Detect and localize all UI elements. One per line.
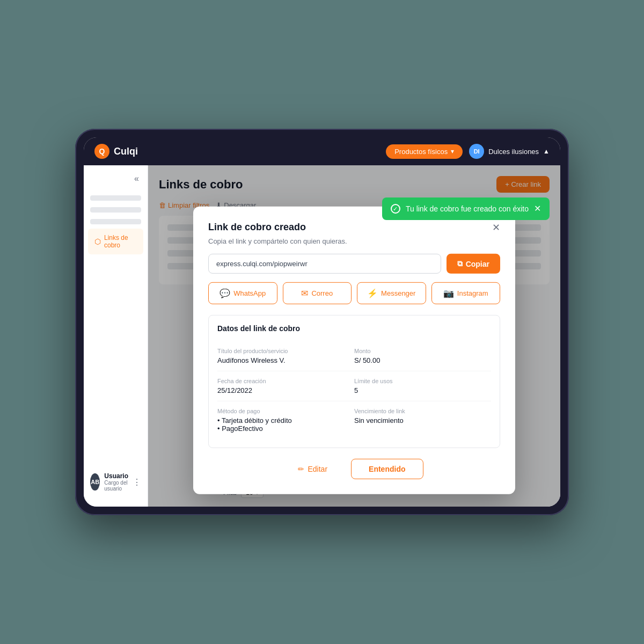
account-area: DI Dulces ilusiones ▲ xyxy=(469,144,550,159)
collapse-button[interactable]: « xyxy=(84,174,148,192)
creation-date-value: 25/12/2022 xyxy=(217,386,354,394)
creation-date-detail: Fecha de creación 25/12/2022 xyxy=(217,371,354,401)
whatsapp-button[interactable]: 💬 WhatsApp xyxy=(208,282,277,304)
sidebar-item-label: Links de cobro xyxy=(104,234,137,249)
link-copy-row: ⧉ Copiar xyxy=(208,254,500,274)
content-area: Links de cobro + Crear link 🗑 Limpiar fi… xyxy=(148,165,560,507)
success-notification: ✓ Tu link de cobro fue creado con éxito … xyxy=(382,197,550,220)
sidebar-item-links-cobro[interactable]: ⬡ Links de cobro xyxy=(88,229,143,254)
usage-limit-detail: Límite de usos 5 xyxy=(354,371,491,401)
usage-limit-value: 5 xyxy=(354,386,491,394)
nav-right: Productos físicos DI Dulces ilusiones ▲ xyxy=(386,144,550,159)
collapse-icon: « xyxy=(134,174,139,184)
tablet-frame: Q Culqi Productos físicos DI Dulces ilus… xyxy=(75,129,569,515)
understood-button[interactable]: Entendido xyxy=(351,459,423,479)
links-cobro-icon: ⬡ xyxy=(94,237,101,246)
modal-footer: ✏ Editar Entendido xyxy=(208,459,500,479)
sidebar: « ⬡ Links de cobro AB Usuario Cargo del … xyxy=(84,165,148,507)
user-menu-icon[interactable]: ⋮ xyxy=(133,477,141,487)
whatsapp-icon: 💬 xyxy=(219,288,230,298)
account-name: Dulces ilusiones xyxy=(488,148,539,156)
user-info: Usuario Cargo del usuario xyxy=(104,472,128,492)
sidebar-user: AB Usuario Cargo del usuario ⋮ xyxy=(84,466,148,498)
expiry-value: Sin vencimiento xyxy=(354,416,491,425)
sidebar-placeholder-2 xyxy=(90,207,141,213)
instagram-button[interactable]: 📷 Instagram xyxy=(431,282,501,304)
product-value: Audífonos Wireless V. xyxy=(217,356,354,364)
notification-message: Tu link de cobro fue creado con éxito xyxy=(406,204,529,213)
usage-limit-label: Límite de usos xyxy=(354,378,491,384)
tablet-screen: Q Culqi Productos físicos DI Dulces ilus… xyxy=(84,137,560,507)
instagram-icon: 📷 xyxy=(443,288,454,298)
product-label: Título del producto/servicio xyxy=(217,348,354,354)
sidebar-placeholder-3 xyxy=(90,219,141,224)
amount-label: Monto xyxy=(354,348,491,354)
copy-button[interactable]: ⧉ Copiar xyxy=(447,254,500,274)
mail-icon: ✉ xyxy=(301,288,308,298)
details-section: Datos del link de cobro Título del produ… xyxy=(208,315,500,448)
details-title: Datos del link de cobro xyxy=(217,324,491,333)
payment-method-2: PagoEfectivo xyxy=(217,425,354,433)
messenger-button[interactable]: ⚡ Messenger xyxy=(357,282,426,304)
payment-method-values: Tarjeta débito y crédito PagoEfectivo xyxy=(217,416,354,433)
modal-title: Link de cobro creado xyxy=(208,222,306,233)
payment-method-1: Tarjeta débito y crédito xyxy=(217,416,354,425)
messenger-icon: ⚡ xyxy=(367,288,378,298)
modal-close-button[interactable]: ✕ xyxy=(492,222,500,232)
edit-icon: ✏ xyxy=(298,465,304,473)
details-grid: Título del producto/servicio Audífonos W… xyxy=(217,341,491,439)
amount-value: S/ 50.00 xyxy=(354,356,491,364)
amount-detail: Monto S/ 50.00 xyxy=(354,341,491,371)
logo-text: Culqi xyxy=(114,146,138,157)
user-name: Usuario xyxy=(104,472,128,480)
share-buttons: 💬 WhatsApp ✉ Correo ⚡ Messenger 📷 xyxy=(208,282,500,304)
main-layout: « ⬡ Links de cobro AB Usuario Cargo del … xyxy=(84,165,560,507)
edit-button[interactable]: ✏ Editar xyxy=(285,459,340,479)
logo-area: Q Culqi xyxy=(94,144,138,159)
modal-container: Link de cobro creado ✕ Copia el link y c… xyxy=(193,207,515,494)
culqi-logo-icon: Q xyxy=(94,144,109,159)
user-role: Cargo del usuario xyxy=(104,480,128,492)
product-detail: Título del producto/servicio Audífonos W… xyxy=(217,341,354,371)
account-avatar: DI xyxy=(469,144,484,159)
top-nav: Q Culqi Productos físicos DI Dulces ilus… xyxy=(84,137,560,165)
modal-subtitle: Copia el link y compártelo con quien qui… xyxy=(208,237,500,245)
link-input[interactable] xyxy=(208,254,441,274)
user-avatar: AB xyxy=(90,473,100,491)
productos-button[interactable]: Productos físicos xyxy=(386,144,463,159)
correo-button[interactable]: ✉ Correo xyxy=(283,282,352,304)
copy-icon: ⧉ xyxy=(457,259,463,268)
payment-method-label: Método de pago xyxy=(217,408,354,414)
check-icon: ✓ xyxy=(391,204,400,214)
sidebar-placeholder-1 xyxy=(90,195,141,201)
expiry-label: Vencimiento de link xyxy=(354,408,491,414)
creation-date-label: Fecha de creación xyxy=(217,378,354,384)
chevron-icon: ▲ xyxy=(543,148,550,155)
expiry-detail: Vencimiento de link Sin vencimiento xyxy=(354,401,491,439)
notification-close[interactable]: ✕ xyxy=(534,204,541,213)
modal-header: Link de cobro creado ✕ xyxy=(208,222,500,233)
payment-method-detail: Método de pago Tarjeta débito y crédito … xyxy=(217,401,354,439)
